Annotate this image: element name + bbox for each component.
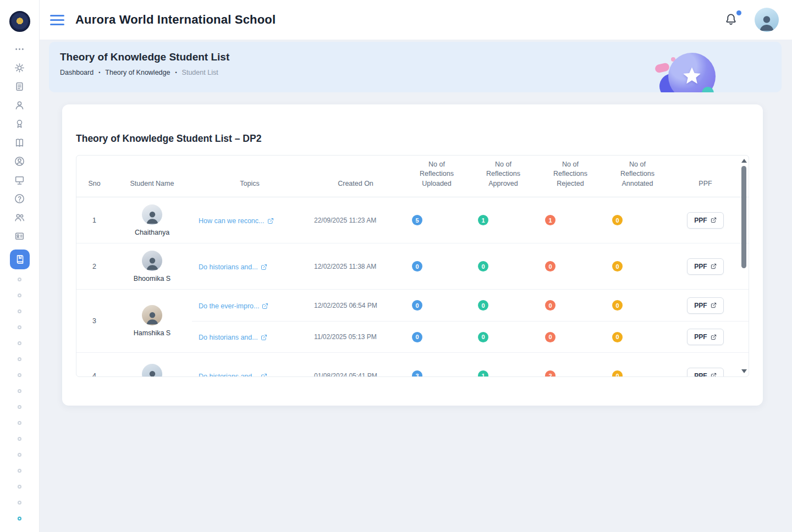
table-row: 2 Bhoomika S Do historians and... — [76, 243, 749, 290]
sidebar-sub-item[interactable] — [18, 309, 21, 313]
header-reflections-rejected: No of Reflections Rejected — [537, 160, 604, 189]
student-cell: Hamshika S — [112, 290, 192, 352]
rejected-count-badge: 1 — [545, 215, 556, 225]
uploaded-count-badge: 5 — [412, 215, 422, 225]
annotated-count-badge: 0 — [612, 261, 623, 271]
sidebar-sub-item[interactable] — [18, 421, 21, 425]
created-on: 01/08/2024 05:41 PM — [307, 372, 404, 378]
uploaded-count-badge: 0 — [412, 261, 422, 271]
topic-link[interactable]: Do the ever-impro... — [199, 302, 268, 310]
ppf-button[interactable]: PPF — [687, 329, 723, 345]
certificate-icon[interactable] — [14, 119, 25, 129]
header-sno: Sno — [76, 179, 112, 189]
settings-icon[interactable] — [14, 63, 25, 73]
student-list-card: Theory of Knowledge Student List – DP2 S… — [62, 104, 763, 406]
topbar: Aurora World International School — [40, 0, 792, 40]
table-scrollbar[interactable] — [740, 157, 747, 375]
scroll-up-arrow-icon[interactable] — [741, 159, 747, 163]
approved-count-badge: 0 — [478, 332, 488, 342]
card-title: Theory of Knowledge Student List – DP2 — [76, 133, 749, 145]
row-sno: 3 — [76, 290, 112, 352]
approved-count-badge: 0 — [478, 300, 488, 311]
external-link-icon — [711, 302, 717, 308]
pink-shape — [654, 62, 670, 74]
rejected-count-badge: 0 — [545, 332, 556, 342]
school-logo[interactable] — [9, 11, 30, 32]
sidebar-sub-item[interactable] — [18, 278, 21, 281]
sidebar-sub-item[interactable] — [18, 293, 21, 297]
user-avatar[interactable] — [755, 8, 779, 32]
users-icon[interactable] — [14, 212, 25, 223]
topic-link[interactable]: Do historians and... — [199, 373, 267, 378]
external-link-icon — [711, 334, 717, 340]
ppf-button[interactable]: PPF — [687, 212, 723, 229]
sidebar-sub-item[interactable] — [18, 453, 21, 457]
sidebar-sub-item[interactable] — [18, 437, 21, 441]
sidebar-sub-item[interactable] — [18, 501, 21, 505]
table-row: 1 Chaithanya How can we reconc... — [76, 197, 749, 243]
star-icon — [680, 65, 703, 88]
library-icon[interactable] — [14, 137, 25, 148]
annotated-count-badge: 0 — [612, 332, 623, 342]
annotated-count-badge: 0 — [612, 300, 623, 311]
header-reflections-annotated: No of Reflections Annotated — [604, 160, 671, 189]
row-sno: 2 — [76, 243, 112, 289]
topic-link[interactable]: Do historians and... — [199, 263, 267, 271]
external-link-icon — [262, 303, 268, 309]
created-on: 12/02/2025 11:38 AM — [307, 263, 404, 270]
notifications-bell-icon[interactable] — [724, 13, 738, 27]
breadcrumb-separator: • — [175, 70, 177, 75]
uploaded-count-badge: 0 — [412, 332, 422, 342]
approved-count-badge: 1 — [478, 370, 488, 377]
table-row: 3 Hamshika S Do the ever-impro... — [76, 290, 749, 353]
row-sno: 4 — [76, 353, 112, 377]
header-student-name: Student Name — [112, 179, 192, 189]
sidebar-sub-item-active[interactable] — [18, 517, 21, 520]
sidebar-sub-item[interactable] — [18, 373, 21, 377]
topic-link[interactable]: Do historians and... — [199, 334, 267, 341]
sidebar-sub-item[interactable] — [18, 341, 21, 345]
external-link-icon — [261, 334, 267, 341]
user-icon[interactable] — [14, 100, 25, 110]
page-header-banner: Theory of Knowledge Student List Dashboa… — [49, 42, 782, 92]
student-avatar — [142, 305, 162, 325]
student-avatar — [142, 251, 162, 271]
student-cell: Chaithanya — [112, 197, 192, 243]
external-link-icon — [261, 264, 267, 270]
student-name: Hamshika S — [134, 329, 170, 337]
hamburger-menu-icon[interactable] — [50, 15, 64, 25]
id-card-icon[interactable] — [14, 231, 25, 241]
annotated-count-badge: 0 — [612, 370, 623, 377]
sidebar-sub-item[interactable] — [18, 389, 21, 393]
external-link-icon — [711, 263, 717, 269]
scrollbar-thumb[interactable] — [741, 166, 746, 268]
student-avatar — [142, 204, 162, 225]
monitor-icon[interactable] — [14, 175, 25, 185]
help-icon[interactable] — [14, 193, 25, 204]
banner-illustration — [655, 49, 716, 92]
ppf-button[interactable]: PPF — [687, 258, 723, 275]
sidebar — [0, 0, 40, 532]
user-circle-icon[interactable] — [14, 156, 25, 167]
ppf-button[interactable]: PPF — [687, 297, 723, 314]
ellipsis-icon[interactable] — [14, 44, 25, 54]
created-on: 22/09/2025 11:23 AM — [307, 217, 404, 224]
sidebar-sub-item[interactable] — [18, 325, 21, 329]
document-icon[interactable] — [14, 81, 25, 92]
ppf-button[interactable]: PPF — [687, 368, 723, 378]
sidebar-sub-item[interactable] — [18, 405, 21, 409]
created-on: 11/02/2025 05:13 PM — [307, 333, 404, 341]
topic-link[interactable]: How can we reconc... — [199, 217, 274, 225]
sidebar-sub-item[interactable] — [18, 485, 21, 489]
breadcrumb-theory-of-knowledge[interactable]: Theory of Knowledge — [105, 69, 170, 76]
students-table: Sno Student Name Topics Created On No of… — [76, 155, 749, 377]
scroll-down-arrow-icon[interactable] — [741, 369, 747, 373]
breadcrumb-dashboard[interactable]: Dashboard — [60, 69, 94, 76]
notebook-active-icon[interactable] — [10, 250, 30, 269]
sidebar-sub-item[interactable] — [18, 469, 21, 473]
breadcrumb-separator: • — [98, 70, 100, 75]
main-content: Theory of Knowledge Student List Dashboa… — [40, 40, 792, 532]
row-sno: 1 — [76, 197, 112, 243]
rejected-count-badge: 0 — [545, 261, 556, 271]
sidebar-sub-item[interactable] — [18, 357, 21, 361]
